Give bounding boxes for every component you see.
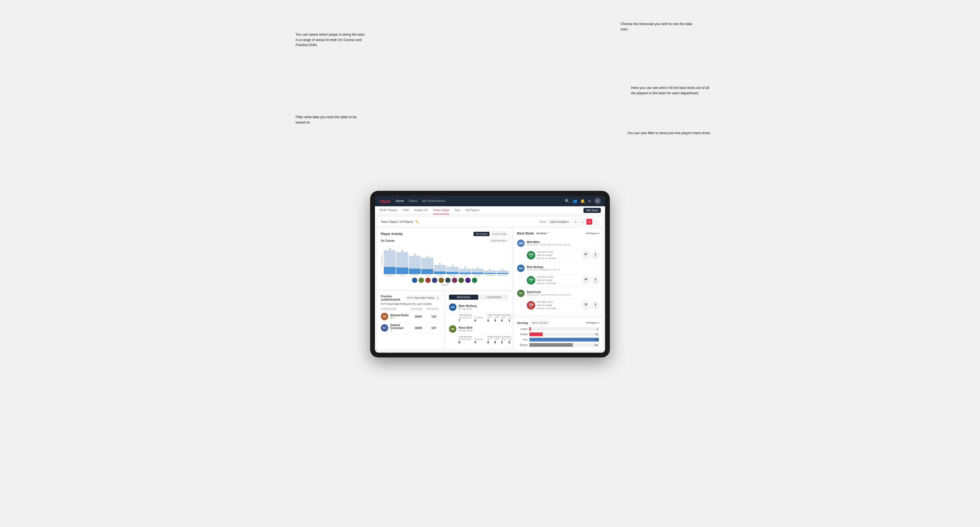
tab-team-clippd[interactable]: Team Clippd [433,206,449,214]
annotation-bot-right: You can also filter to show just one pla… [627,130,711,136]
practice-row: EC Edward Crossman ② 18/20 107 [381,322,441,334]
tab-pga[interactable]: PGA [403,206,409,214]
practice-select[interactable]: PUTT Must Make Putting ... ▾ [405,296,441,300]
tab-pgat[interactable]: PGAT Players [379,206,398,214]
sub-nav: PGAT Players PGA Hcaps 1-5 Team Clippd T… [375,206,605,214]
player-avatar-small[interactable] [418,277,424,283]
bar-group: 3 R. Butler [459,267,471,276]
tab-practice-drills[interactable]: Practice Drills [490,232,508,236]
show-select[interactable]: Last 3 months ▾ [548,220,570,224]
annotation-mid-right: Here you can see who's hit the best shot… [631,85,711,95]
grid-2-icon[interactable]: ⊞ [573,219,578,225]
bar[interactable] [396,252,408,274]
bar-group: 5 E. Ebert [434,263,446,276]
tab-all-shots[interactable]: All Shots [536,232,546,235]
practice-val: 6 [474,319,483,322]
scoring-bar-val: 311 [595,344,598,346]
y-axis-label: Total Rounds [381,255,383,266]
bar-value: 3 [465,267,466,268]
bar-value: 9 [427,256,428,257]
player-avatar-small[interactable] [432,277,438,283]
bar-highlight [396,268,408,274]
app-label-2: APP [494,338,499,341]
col-pb-score: PB Score [409,308,425,310]
player-avatar: RB [381,313,388,320]
player-avatar-small[interactable] [425,277,431,283]
all-players-select[interactable]: All Players ▾ [586,232,599,235]
active-player-stats: Total Rounds Tournament 7 [449,313,509,324]
bar[interactable] [409,256,421,274]
search-icon[interactable]: 🔍 [565,199,570,203]
nav-link-teams[interactable]: Teams [408,198,418,204]
player-avatar-small[interactable] [452,277,458,283]
tab-tour[interactable]: Tour [455,206,460,214]
add-team-button[interactable]: Add Team [584,208,601,213]
player-avatar: MM [517,240,525,247]
bar-value: 2 [490,268,490,270]
player-avatar-2: BM [517,265,525,272]
practice-val-2: 4 [474,341,483,344]
player-avatar-small[interactable] [445,277,451,283]
player-avatar-small[interactable] [458,277,464,283]
player-rank: 🥇 ① [390,317,410,319]
player-avatar-small[interactable] [412,277,418,283]
scoring-bar-fill [530,338,599,341]
scoring-bar-fill [530,327,531,331]
player-avatar-small[interactable] [472,277,477,283]
tab-all-players[interactable]: All Players [466,206,480,214]
practice-activities-label: Total Practice Activities [487,314,512,316]
bar[interactable] [434,265,446,274]
bar-highlight [421,269,433,274]
team-title: Team Clippd | 14 Players ✏️ [381,220,539,224]
bell-icon[interactable]: 🔔 [580,199,585,203]
bar[interactable] [459,268,471,274]
bar[interactable] [497,270,509,274]
chart-filter[interactable]: Total Rounds ▾ [489,238,509,243]
scoring-bar-val: 3 [597,328,598,330]
bar[interactable] [484,270,496,274]
list-icon[interactable]: ≡ [593,219,599,225]
bar[interactable] [472,268,484,274]
tab-most-active[interactable]: Most Active [449,295,478,300]
grid-3-icon[interactable]: ⊟ [579,219,585,225]
shot-row-1[interactable]: MM Matt Miller 09 Jun 2023 · Royal North… [517,237,599,249]
scoring-select[interactable]: Par 3, 4 & 5s ▾ [530,321,550,325]
avatar[interactable]: U [594,198,601,204]
scoring-bar-row: Bogeys 311 [517,343,599,347]
shot-row-3[interactable]: DF David Ford 24 Aug 2023 · Royal North … [517,287,599,300]
putt-val-2: 0 [509,341,512,344]
chevron-down-icon: ▾ [598,232,599,235]
chevron-right-icon: › [598,291,599,295]
player-name-3: David Ford [527,290,596,294]
player-avatar-2: RB [449,325,457,333]
chevron-down-icon: ▾ [437,297,439,299]
nav-link-performance[interactable]: My Performance [422,198,445,204]
scoring-bar-track: 3 [530,327,599,331]
pb-avg: 107 [427,326,441,330]
scoring-bar-fill [530,332,543,336]
bar-value: 5 [439,263,441,265]
nav-link-home[interactable]: Home [396,198,404,204]
tournament-val-2: 8 [458,341,471,344]
tab-on-course[interactable]: On Course [474,232,490,236]
player-activity-title: Player Activity [381,232,473,236]
plus-circle-icon[interactable]: ⊕ [588,199,591,203]
player-info: Edward Crossman ② [390,324,410,332]
player-avatar-small[interactable] [465,277,471,283]
player-avatar-small[interactable] [438,277,444,283]
tab-hcaps[interactable]: Hcaps 1-5 [414,206,428,214]
heart-icon[interactable]: ♥ [586,219,592,225]
most-active-card: Most Active Least Active BM Blair McHarg [446,291,512,349]
bar[interactable] [384,250,396,274]
edit-icon[interactable]: ✏️ [415,220,419,223]
bars-area: 13 B. McHarg 12 B. Britt 10 D. Ford 9 J.… [384,244,509,276]
bar[interactable] [421,258,433,274]
tab-least-active[interactable]: Least Active [479,295,509,300]
shot-row-2[interactable]: BM Blair McHarg 23 Jul 2023 · Ashridge G… [517,262,599,275]
users-icon[interactable]: 👥 [573,199,577,203]
active-player-row-2: RB Rees Britt 02 Sep 2023 [449,324,509,335]
all-players-scoring-select[interactable]: All Players ▾ [586,322,599,324]
annotation-top-right: Choose the timescale you wish to see the… [620,21,700,32]
best-shots-card: Best Shots All Shots ▾ All Players ▾ [514,229,602,316]
bar[interactable] [446,267,458,274]
